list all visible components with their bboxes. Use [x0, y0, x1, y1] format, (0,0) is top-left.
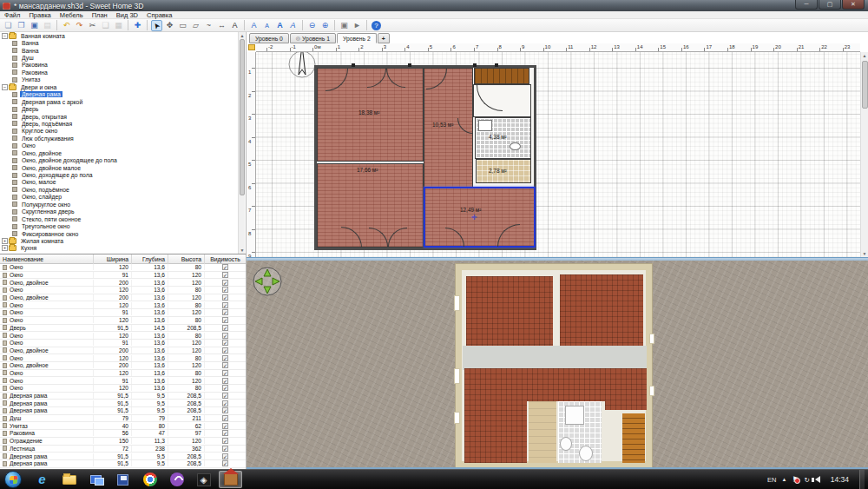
catalog-item[interactable]: Ванна — [0, 47, 246, 54]
level-tab-2[interactable]: Уровень 2 — [337, 33, 377, 43]
catalog-scrollbar[interactable]: ▲ ▼ — [238, 32, 245, 254]
furniture-row[interactable]: Окно9113,6120✓ — [0, 309, 246, 317]
undo-button[interactable]: ↶ — [61, 20, 72, 31]
furniture-row[interactable]: Душ7979211✓ — [0, 415, 246, 423]
create-photo-button[interactable]: ▣ — [339, 20, 350, 31]
catalog-item[interactable]: Дверная рама с аркой — [0, 98, 246, 105]
italic-button[interactable]: A — [287, 20, 299, 31]
volume-icon[interactable] — [815, 476, 820, 483]
catalog-item[interactable]: Ванна — [0, 39, 246, 46]
save-button[interactable]: ▣ — [29, 20, 40, 31]
chrome-icon[interactable] — [138, 471, 161, 488]
select-tool[interactable]: ➤ — [151, 20, 162, 31]
furniture-row[interactable]: Окно12013,680✓ — [0, 264, 246, 272]
furniture-row[interactable]: Окно12013,680✓ — [0, 287, 246, 294]
minimize-button[interactable]: ─ — [795, 0, 818, 10]
catalog-item[interactable]: Окно, двойное — [0, 149, 246, 156]
clock[interactable]: 14:34 — [825, 475, 854, 484]
tree-expander-icon[interactable]: − — [2, 33, 8, 39]
visibility-checkbox[interactable]: ✓ — [222, 378, 228, 384]
scrollbar-thumb[interactable] — [240, 39, 245, 195]
catalog-item[interactable]: Унитаз — [0, 76, 246, 83]
furniture-row[interactable]: Дверная рама91,59,5208,5✓ — [0, 407, 246, 415]
catalog-item[interactable]: Окно, слайдер — [0, 194, 246, 201]
catalog-item[interactable]: Окно, малое — [0, 179, 246, 186]
sweet-home-3d-icon[interactable] — [219, 471, 242, 488]
furniture-row[interactable]: Окно12013,680✓ — [0, 354, 246, 362]
catalog-item[interactable]: Дверная рама — [0, 91, 246, 98]
remote-desktop-icon[interactable] — [84, 471, 108, 488]
catalog-item[interactable]: Окно, двойное доходящее до пола — [0, 156, 246, 163]
catalog-group-1[interactable]: −Двери и окна — [0, 83, 246, 90]
visibility-checkbox[interactable]: ✓ — [222, 400, 228, 406]
furniture-row[interactable]: Окно, двойное20013,6120✓ — [0, 362, 246, 370]
close-button[interactable]: ✕ — [842, 0, 865, 10]
add-furniture-button[interactable]: ✚ — [132, 20, 143, 31]
decrease-text-size-button[interactable]: A — [261, 20, 273, 31]
level-tab-1[interactable]: ◎Уровень 1 — [290, 33, 336, 43]
furniture-row[interactable]: Дверная рама91,59,5208,5✓ — [0, 460, 246, 468]
column-header[interactable]: Глубина — [132, 254, 168, 264]
visibility-checkbox[interactable]: ✓ — [222, 430, 228, 436]
windows-explorer-icon[interactable] — [57, 471, 81, 488]
catalog-item[interactable]: Окно, доходящее до пола — [0, 171, 246, 178]
column-header[interactable]: Ширина — [94, 254, 132, 264]
visibility-checkbox[interactable]: ✓ — [222, 340, 228, 346]
scroll-down-icon[interactable]: ▼ — [239, 247, 246, 254]
visibility-checkbox[interactable]: ✓ — [222, 407, 228, 413]
start-button[interactable] — [4, 471, 22, 488]
menu-item-0[interactable]: Файл — [0, 11, 24, 19]
level-tab-0[interactable]: Уровень 0 — [249, 33, 289, 43]
catalog-group-2[interactable]: +Жилая комната — [0, 237, 246, 244]
cut-button[interactable]: ✂ — [87, 20, 98, 31]
viber-icon[interactable] — [165, 471, 188, 488]
create-dimensions-tool[interactable]: ↔ — [216, 20, 227, 31]
staircase-plan[interactable] — [474, 68, 529, 84]
visibility-checkbox[interactable]: ✓ — [222, 423, 228, 429]
redo-button[interactable]: ↷ — [74, 20, 85, 31]
create-walls-tool[interactable]: ▭ — [177, 20, 188, 31]
scrollbar-thumb[interactable] — [862, 61, 868, 109]
column-header[interactable]: Высота — [168, 254, 205, 264]
visibility-checkbox[interactable]: ✓ — [222, 385, 228, 391]
create-video-button[interactable]: ► — [352, 20, 363, 31]
visibility-checkbox[interactable]: ✓ — [222, 287, 228, 293]
menu-item-5[interactable]: Справка — [142, 11, 176, 19]
view-3d[interactable] — [247, 261, 868, 469]
furniture-row[interactable]: Окно, двойное20013,6120✓ — [0, 347, 246, 355]
visibility-checkbox[interactable]: ✓ — [222, 347, 228, 354]
catalog-item[interactable]: Душ — [0, 54, 246, 61]
maximize-button[interactable]: ▢ — [819, 0, 841, 10]
open-button[interactable]: ❐ — [16, 20, 27, 31]
create-rooms-tool[interactable]: ▱ — [190, 20, 201, 31]
visibility-checkbox[interactable]: ✓ — [222, 370, 228, 376]
column-header[interactable]: Наименование — [0, 254, 94, 264]
furniture-row[interactable]: Окно9113,6120✓ — [0, 340, 246, 347]
action-center-icon[interactable]: ⚑ — [792, 475, 799, 484]
visibility-checkbox[interactable]: ✓ — [222, 415, 228, 421]
show-desktop-button[interactable] — [859, 470, 865, 489]
column-header[interactable]: Видимость — [205, 254, 246, 264]
visibility-checkbox[interactable]: ✓ — [222, 362, 228, 368]
catalog-item[interactable]: Дверь — [0, 105, 246, 112]
scroll-up-icon[interactable]: ▲ — [239, 32, 246, 39]
visibility-checkbox[interactable]: ✓ — [222, 393, 228, 399]
menu-item-3[interactable]: План — [88, 11, 112, 19]
visibility-checkbox[interactable]: ✓ — [222, 460, 228, 466]
furniture-row[interactable]: Окно12013,680✓ — [0, 301, 246, 309]
tree-expander-icon[interactable]: + — [2, 245, 8, 251]
furniture-row[interactable]: Лестница72238362✓ — [0, 446, 246, 453]
hidden-icons-arrow-icon[interactable]: ▲ — [781, 477, 786, 482]
furniture-row[interactable]: Окно9113,6120✓ — [0, 377, 246, 385]
menu-item-2[interactable]: Мебель — [56, 11, 88, 19]
unity-icon[interactable]: ◈ — [192, 471, 215, 488]
sink-plan[interactable] — [478, 120, 492, 131]
menu-item-1[interactable]: Правка — [24, 11, 55, 19]
increase-text-size-button[interactable]: A — [248, 20, 260, 31]
add-texts-tool[interactable]: A — [229, 20, 240, 31]
furniture-row[interactable]: Дверь91,514,5208,5✓ — [0, 325, 246, 333]
furniture-row[interactable]: Дверная рама91,59,5208,5✓ — [0, 393, 246, 400]
catalog-item[interactable]: Окно, двойное малое — [0, 164, 246, 171]
catalog-item[interactable]: Раковина — [0, 69, 246, 76]
plan-scrollbar[interactable]: ▲ ▼ — [860, 52, 868, 257]
